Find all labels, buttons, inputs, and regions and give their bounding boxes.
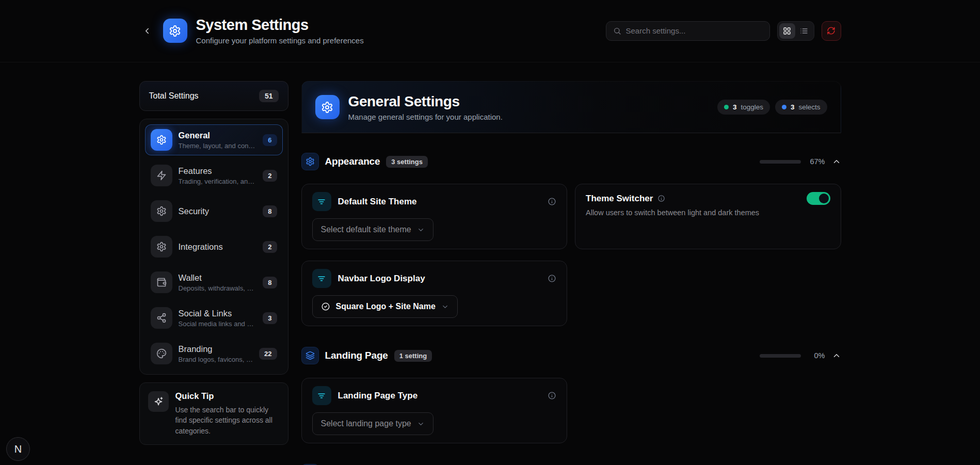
progress-percent: 0% [808, 351, 825, 360]
sidebar-item-desc: Social media links and ap... [179, 320, 256, 328]
search-input[interactable] [626, 26, 763, 35]
sidebar-item-label: Features [179, 166, 256, 176]
sidebar-item-security[interactable]: Security 8 [145, 196, 283, 227]
sidebar-item-label: Security [179, 206, 210, 216]
gear-icon [151, 200, 172, 222]
section-gear-icon [315, 95, 340, 119]
grid-icon [783, 27, 791, 35]
sidebar-item-desc: Brand logos, favicons, a... [179, 356, 253, 363]
quick-tip-body: Use the search bar to quickly find speci… [175, 405, 280, 436]
green-dot-icon [724, 105, 729, 109]
stat-label: toggles [741, 103, 763, 111]
toggles-count-badge: 3 toggles [717, 100, 770, 115]
theme-switcher-card: Theme Switcher Allow users to switch bet… [575, 184, 841, 249]
search-icon [613, 27, 621, 35]
general-settings-header: General Settings Manage general settings… [301, 81, 841, 133]
info-icon[interactable] [548, 197, 556, 206]
refresh-button[interactable] [822, 21, 841, 41]
sidebar-item-label: Wallet [179, 273, 256, 283]
setting-description: Allow users to switch between light and … [586, 209, 830, 217]
back-button[interactable] [139, 23, 155, 39]
progress-bar [760, 354, 801, 358]
settings-main-panel: General Settings Manage general settings… [301, 81, 841, 465]
collapse-section-button[interactable] [832, 157, 841, 166]
chevron-down-icon [417, 226, 425, 234]
wallet-icon [151, 271, 172, 293]
layers-icon [301, 347, 319, 364]
sidebar-item-count: 6 [263, 134, 277, 146]
section-title: Landing Page [325, 350, 388, 361]
collapse-section-button[interactable] [832, 351, 841, 360]
sidebar-item-count: 8 [263, 277, 277, 288]
sidebar-item-integrations[interactable]: Integrations 2 [145, 231, 283, 262]
select-placeholder: Select landing page type [321, 419, 411, 428]
sidebar-item-count: 22 [259, 348, 277, 360]
grid-view-button[interactable] [779, 23, 795, 39]
sidebar-item-count: 2 [263, 170, 277, 182]
navbar-logo-display-select[interactable]: Square Logo + Site Name [312, 295, 458, 318]
sidebar-item-count: 2 [263, 241, 277, 253]
sidebar-item-general[interactable]: General Theme, layout, and conte... 6 [145, 124, 283, 155]
sidebar-item-label: Branding [179, 344, 253, 354]
section-title: Appearance [325, 156, 380, 167]
gear-icon [151, 129, 172, 151]
sidebar-item-desc: Deposits, withdrawals, an... [179, 284, 256, 292]
palette-icon [151, 343, 172, 364]
filter-icon [312, 269, 331, 288]
view-toggle-group [777, 21, 814, 41]
sidebar-item-wallet[interactable]: Wallet Deposits, withdrawals, an... 8 [145, 267, 283, 298]
sidebar-item-label: General [179, 131, 256, 140]
quick-tip-card: Quick Tip Use the search bar to quickly … [139, 382, 288, 445]
panel-title: General Settings [348, 93, 503, 110]
theme-switcher-toggle[interactable] [807, 192, 830, 205]
info-icon[interactable] [548, 391, 556, 400]
total-settings-label: Total Settings [149, 91, 199, 101]
default-site-theme-select[interactable]: Select default site theme [312, 218, 433, 241]
setting-title: Landing Page Type [338, 391, 418, 401]
search-box[interactable] [606, 21, 770, 41]
setting-title: Default Site Theme [338, 197, 417, 207]
sidebar-item-social-links[interactable]: Social & Links Social media links and ap… [145, 302, 283, 333]
share-icon [151, 307, 172, 329]
section-appearance: Appearance 3 settings 67% Default Site T… [301, 153, 841, 326]
sparkles-icon [148, 391, 169, 412]
panel-subtitle: Manage general settings for your applica… [348, 113, 503, 121]
selects-count-badge: 3 selects [775, 100, 827, 115]
sidebar-item-desc: Trading, verification, and ... [179, 178, 256, 185]
chevron-up-icon [832, 351, 841, 360]
setting-title: Navbar Logo Display [338, 274, 425, 284]
stat-label: selects [798, 103, 820, 111]
list-view-button[interactable] [796, 23, 812, 39]
sidebar-item-desc: Theme, layout, and conte... [179, 142, 256, 150]
stat-count: 3 [733, 103, 737, 111]
sidebar-item-features[interactable]: Features Trading, verification, and ... … [145, 160, 283, 191]
gear-icon [301, 153, 319, 170]
info-icon[interactable] [657, 195, 665, 202]
check-circle-icon [321, 302, 330, 311]
landing-page-type-card: Landing Page Type Select landing page ty… [301, 378, 568, 443]
sidebar-item-count: 3 [263, 312, 277, 324]
gear-icon [151, 236, 172, 258]
progress-percent: 67% [808, 157, 825, 166]
quick-tip-title: Quick Tip [175, 391, 280, 401]
blue-dot-icon [782, 105, 786, 109]
category-nav: General Theme, layout, and conte... 6 Fe… [139, 119, 288, 375]
sidebar-item-label: Social & Links [179, 309, 256, 318]
list-icon [800, 27, 808, 35]
navbar-logo-display-card: Navbar Logo Display Square Logo + Site N… [301, 261, 568, 326]
total-settings-count: 51 [259, 90, 279, 102]
sidebar-item-branding[interactable]: Branding Brand logos, favicons, a... 22 [145, 338, 283, 369]
landing-page-type-select[interactable]: Select landing page type [312, 412, 433, 435]
info-icon[interactable] [548, 274, 556, 283]
page-title: System Settings [196, 17, 364, 34]
avatar[interactable]: N [6, 437, 30, 461]
chevron-down-icon [441, 303, 449, 311]
avatar-letter: N [14, 443, 22, 455]
toggle-knob [819, 194, 829, 203]
top-header: System Settings Configure your platform … [0, 0, 980, 62]
section-settings-badge: 1 setting [394, 350, 432, 362]
chevron-up-icon [832, 157, 841, 166]
header-titles: System Settings Configure your platform … [196, 17, 364, 45]
zap-icon [151, 165, 172, 186]
sidebar-item-label: Integrations [179, 242, 223, 252]
